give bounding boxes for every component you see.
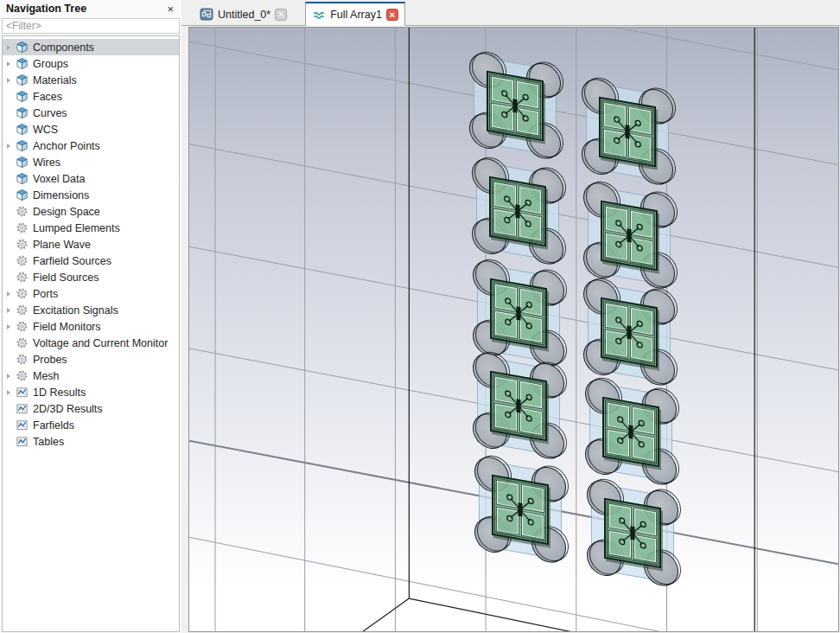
antenna-element[interactable]: [588, 185, 671, 286]
expand-arrow-icon[interactable]: [3, 45, 14, 50]
tree-item-dimensions[interactable]: Dimensions: [3, 187, 179, 203]
chart-icon: [16, 386, 29, 399]
feed-network: [614, 512, 651, 554]
expand-arrow-icon[interactable]: [3, 390, 14, 395]
tab-label: Full Array1: [330, 9, 382, 21]
tree-item-2d-3d-results[interactable]: 2D/3D Results: [3, 400, 179, 417]
chart-icon: [16, 419, 29, 432]
expand-arrow-icon[interactable]: [3, 78, 14, 83]
tree-item-label: Voltage and Current Monitor: [33, 337, 168, 349]
expand-arrow-icon[interactable]: [3, 291, 14, 297]
antenna-element[interactable]: [474, 55, 557, 157]
antenna-element[interactable]: [477, 263, 560, 364]
model-bounding-edge: [361, 598, 410, 631]
gear-icon: [16, 304, 29, 316]
tree-item-label: Components: [33, 42, 94, 54]
gear-icon: [16, 238, 29, 251]
feed-network: [609, 111, 646, 153]
feed-network: [497, 85, 533, 127]
tree-item-plane-wave[interactable]: Plane Wave: [3, 236, 179, 253]
tree-item-groups[interactable]: Groups: [3, 55, 179, 72]
gear-icon: [16, 254, 29, 267]
expand-arrow-icon[interactable]: [3, 308, 14, 313]
tree-item-label: Field Monitors: [33, 321, 101, 333]
tree-item-tables[interactable]: Tables: [3, 433, 179, 450]
tree-item-farfield-sources[interactable]: Farfield Sources: [3, 253, 179, 269]
chart-icon: [16, 402, 29, 415]
tree-item-label: 2D/3D Results: [33, 403, 103, 415]
tree-item-label: Tables: [33, 436, 64, 448]
antenna-element[interactable]: [477, 355, 560, 457]
tree-item-wires[interactable]: Wires: [3, 154, 179, 170]
antenna-element[interactable]: [588, 282, 671, 383]
tree-item-label: Design Space: [33, 206, 100, 218]
close-icon[interactable]: ×: [165, 3, 175, 15]
cube-icon: [16, 41, 29, 54]
navigation-tree: ComponentsGroupsMaterialsFacesCurvesWCSA…: [2, 35, 180, 632]
gear-icon: [16, 336, 29, 349]
model-bounding-edge: [409, 598, 572, 631]
grid-diagonal-line: [616, 28, 838, 70]
tree-item-curves[interactable]: Curves: [3, 105, 179, 121]
antenna-element[interactable]: [586, 81, 669, 182]
tree-item-label: Faces: [33, 91, 62, 103]
tree-item-label: Wires: [33, 157, 60, 169]
tree-item-voltage-and-current-monitor[interactable]: Voltage and Current Monitor: [3, 335, 179, 351]
tree-item-probes[interactable]: Probes: [3, 351, 179, 368]
antenna-element[interactable]: [589, 381, 672, 483]
tree-item-components[interactable]: Components: [3, 39, 179, 55]
antenna-element[interactable]: [476, 161, 559, 262]
cube-icon: [16, 189, 29, 201]
patch-antenna: [601, 201, 658, 272]
tab-full-array1[interactable]: Full Array1×: [305, 2, 405, 26]
gear-icon: [16, 353, 29, 366]
navigation-tree-header: Navigation Tree ×: [0, 0, 181, 17]
antenna-element[interactable]: [479, 459, 562, 560]
document-tab-bar: Untitled_0*×Full Array1×: [181, 0, 840, 26]
expand-arrow-icon[interactable]: [3, 61, 14, 67]
tree-item-mesh[interactable]: Mesh: [3, 368, 179, 384]
tree-item-label: Excitation Signals: [33, 304, 118, 316]
gear-icon: [16, 287, 29, 300]
wave-icon: [312, 9, 326, 22]
tab-close-icon[interactable]: ×: [275, 9, 287, 21]
tree-item-farfields[interactable]: Farfields: [3, 417, 179, 433]
tree-item-label: Farfield Sources: [33, 255, 111, 267]
patch-antenna: [492, 475, 549, 546]
tree-item-label: Lumped Elements: [33, 222, 120, 234]
tree-item-anchor-points[interactable]: Anchor Points: [3, 137, 179, 154]
3d-viewport[interactable]: [188, 27, 839, 632]
tree-item-1d-results[interactable]: 1D Results: [3, 384, 179, 400]
tab-close-icon[interactable]: ×: [386, 9, 398, 21]
patch-antenna: [599, 97, 656, 168]
feed-network: [613, 411, 649, 453]
feed-network: [611, 311, 647, 354]
filter-input[interactable]: [2, 18, 180, 34]
tree-item-field-sources[interactable]: Field Sources: [3, 269, 179, 285]
expand-arrow-icon[interactable]: [3, 144, 14, 149]
cube-icon: [16, 139, 29, 152]
tree-item-label: Field Sources: [33, 272, 99, 284]
tree-item-excitation-signals[interactable]: Excitation Signals: [3, 302, 179, 318]
tree-item-label: Farfields: [33, 419, 74, 432]
tree-item-field-monitors[interactable]: Field Monitors: [3, 318, 179, 335]
tree-item-materials[interactable]: Materials: [3, 72, 179, 88]
tree-item-voxel-data[interactable]: Voxel Data: [3, 170, 179, 187]
feed-network: [500, 190, 536, 233]
tree-item-ports[interactable]: Ports: [3, 285, 179, 302]
tree-item-lumped-elements[interactable]: Lumped Elements: [3, 220, 179, 236]
tree-item-label: Groups: [33, 58, 68, 70]
tab-untitled-0[interactable]: Untitled_0*×: [194, 3, 293, 25]
cube-icon: [16, 172, 29, 185]
expand-arrow-icon[interactable]: [3, 374, 14, 379]
tree-item-faces[interactable]: Faces: [3, 88, 179, 105]
chart-icon: [16, 435, 29, 448]
cube-icon: [16, 123, 29, 136]
cube-icon: [16, 57, 29, 70]
patch-antenna: [602, 397, 659, 468]
tree-item-design-space[interactable]: Design Space: [3, 203, 179, 220]
tree-item-wcs[interactable]: WCS: [3, 121, 179, 137]
expand-arrow-icon[interactable]: [3, 324, 14, 329]
antenna-element[interactable]: [591, 483, 674, 584]
gear-icon: [16, 205, 29, 218]
